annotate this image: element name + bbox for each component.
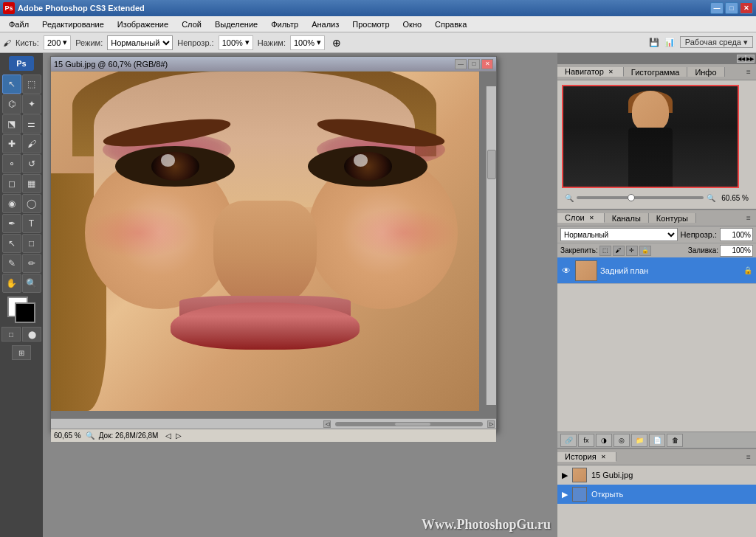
layer-mask-btn[interactable]: ◑ <box>596 434 612 447</box>
tab-history[interactable]: История ✕ <box>557 452 616 462</box>
hand-tool[interactable]: ✋ <box>2 274 21 293</box>
opacity-group[interactable]: 100% ▾ <box>219 35 253 50</box>
history-brush-tool[interactable]: ↺ <box>22 154 41 173</box>
tab-navigator[interactable]: Навигатор ✕ <box>557 67 624 77</box>
histogram-icon[interactable]: 📊 <box>664 38 675 46</box>
magic-wand-tool[interactable]: ✦ <box>22 94 41 114</box>
background-color[interactable] <box>15 302 35 323</box>
doc-minimize-btn[interactable]: — <box>455 59 467 69</box>
maximize-button[interactable]: □ <box>725 2 738 14</box>
eraser-tool[interactable]: ◻ <box>2 174 21 193</box>
menu-file[interactable]: Файл <box>3 18 35 30</box>
tab-info[interactable]: Инфо <box>687 67 724 77</box>
tab-layers-close[interactable]: ✕ <box>588 213 597 222</box>
lock-position-btn[interactable]: ✛ <box>626 246 638 256</box>
history-panel-options-btn[interactable]: ≡ <box>741 453 756 461</box>
zoom-minus-icon[interactable]: 🔍 <box>565 194 574 202</box>
save-icon[interactable]: 💾 <box>649 38 659 46</box>
eyedropper-tool[interactable]: ✏ <box>22 254 41 273</box>
zoom-slider-track[interactable] <box>577 196 704 199</box>
zoom-plus-icon[interactable]: 🔍 <box>707 194 715 202</box>
color-swatches[interactable] <box>7 297 35 323</box>
lasso-tool[interactable]: ⌬ <box>2 94 21 114</box>
screen-mode-btn[interactable]: ⊞ <box>12 345 31 360</box>
menu-image[interactable]: Изображение <box>111 18 174 30</box>
fill-value-input[interactable]: 100% <box>720 245 753 257</box>
tab-channels[interactable]: Каналы <box>605 213 649 223</box>
menu-layer[interactable]: Слой <box>176 18 207 30</box>
pen-tool[interactable]: ✒ <box>2 214 21 233</box>
menu-select[interactable]: Выделение <box>209 18 264 30</box>
zoom-tool[interactable]: 🔍 <box>22 274 41 293</box>
new-layer-btn[interactable]: 📄 <box>649 434 665 447</box>
healing-tool[interactable]: ✚ <box>2 134 21 153</box>
type-tool[interactable]: T <box>22 214 41 233</box>
link-layers-btn[interactable]: 🔗 <box>560 434 577 447</box>
crop-tool[interactable]: ⬔ <box>2 114 21 134</box>
minimize-button[interactable]: — <box>710 2 724 14</box>
workspace-label[interactable]: Рабочая среда ▾ <box>680 36 753 48</box>
document-canvas[interactable] <box>51 72 496 418</box>
close-button[interactable]: ✕ <box>740 2 753 14</box>
zoom-slider-thumb[interactable] <box>628 194 635 201</box>
lock-pixels-btn[interactable]: 🖌 <box>613 246 625 256</box>
brush-dropdown-icon[interactable]: ▾ <box>63 38 67 47</box>
quick-mask-mode[interactable]: ⬤ <box>22 327 41 342</box>
move-tool[interactable]: ↖ <box>2 75 21 94</box>
nav-right-icon[interactable]: ▷ <box>176 432 182 440</box>
flow-group[interactable]: 100% ▾ <box>290 35 325 50</box>
tab-histogram[interactable]: Гистограмма <box>624 67 688 77</box>
lock-transparent-btn[interactable]: ⬚ <box>599 246 611 256</box>
tab-layers[interactable]: Слои ✕ <box>557 213 605 223</box>
nav-left-icon[interactable]: ◁ <box>165 432 171 440</box>
opacity-dropdown-icon[interactable]: ▾ <box>245 38 250 47</box>
new-group-btn[interactable]: 📁 <box>631 434 647 447</box>
layers-opacity-input[interactable]: 100% <box>720 228 753 241</box>
lock-all-btn[interactable]: 🔒 <box>639 246 651 256</box>
gradient-tool[interactable]: ▦ <box>22 174 41 193</box>
tab-navigator-close[interactable]: ✕ <box>607 67 616 76</box>
history-entry-open[interactable]: ▶ 15 Gubi.jpg <box>557 465 756 485</box>
layer-item-background[interactable]: 👁 Задний план 🔒 <box>557 257 756 284</box>
layer-blend-mode-select[interactable]: Нормальный <box>560 228 678 241</box>
hscroll-thumb[interactable] <box>394 422 431 426</box>
adjustments-btn[interactable]: ◎ <box>614 434 630 447</box>
airbrush-icon[interactable]: ⊕ <box>332 37 341 49</box>
notes-tool[interactable]: ✎ <box>2 254 21 273</box>
menu-edit[interactable]: Редактирование <box>36 18 110 30</box>
shape-tool[interactable]: □ <box>22 234 41 253</box>
menu-filter[interactable]: Фильтр <box>265 18 304 30</box>
panel-expand-btn[interactable]: ▶▶ <box>746 55 755 63</box>
hscroll-track[interactable] <box>335 422 483 426</box>
menu-window[interactable]: Окно <box>397 18 428 30</box>
brush-tool[interactable]: 🖌 <box>22 134 41 153</box>
navigator-panel-options-btn[interactable]: ≡ <box>741 68 756 76</box>
doc-maximize-btn[interactable]: □ <box>468 59 480 69</box>
hscroll-left[interactable]: ◁ <box>323 420 331 428</box>
vertical-scroll-thumb[interactable] <box>487 150 496 179</box>
history-entry-selected[interactable]: ▶ Открыть <box>557 485 756 504</box>
path-select-tool[interactable]: ↖ <box>2 234 21 253</box>
tab-history-close[interactable]: ✕ <box>599 452 608 461</box>
vertical-scrollbar[interactable] <box>486 86 496 405</box>
dodge-tool[interactable]: ◯ <box>22 194 41 213</box>
menu-view[interactable]: Просмотр <box>346 18 395 30</box>
layer-styles-btn[interactable]: fx <box>578 434 594 447</box>
menu-help[interactable]: Справка <box>429 18 472 30</box>
layer-visibility-toggle[interactable]: 👁 <box>560 265 572 277</box>
layers-panel-options-btn[interactable]: ≡ <box>741 214 756 222</box>
panel-collapse-btn[interactable]: ◀◀ <box>737 55 746 63</box>
standard-mode[interactable]: □ <box>1 327 21 342</box>
blur-tool[interactable]: ◉ <box>2 194 21 213</box>
flow-dropdown-icon[interactable]: ▾ <box>317 38 321 47</box>
hscroll-right[interactable]: ▷ <box>487 420 495 428</box>
delete-layer-btn[interactable]: 🗑 <box>667 434 683 447</box>
blend-mode-select[interactable]: Нормальный Умножение <box>107 35 173 50</box>
navigator-thumbnail[interactable] <box>562 85 739 188</box>
tab-paths[interactable]: Контуры <box>649 213 696 223</box>
brush-preview[interactable]: 200 ▾ <box>44 35 71 50</box>
slice-tool[interactable]: ⚌ <box>22 114 41 134</box>
clone-tool[interactable]: ⚬ <box>2 154 21 173</box>
doc-close-btn[interactable]: ✕ <box>481 59 493 69</box>
marquee-tool[interactable]: ⬚ <box>22 75 41 94</box>
